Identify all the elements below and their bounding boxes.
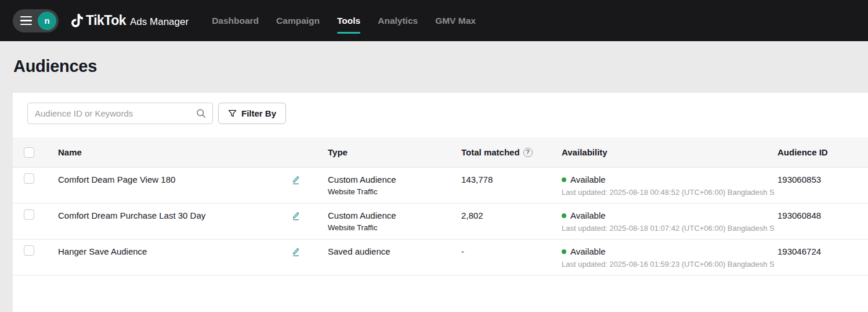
nav-item-gmv-max[interactable]: GMV Max [435, 12, 476, 30]
audience-type-sub: Website Traffic [328, 187, 461, 196]
total-matched-value: 2,802 [461, 211, 483, 220]
search-icon[interactable] [196, 108, 206, 118]
nav-item-tools[interactable]: Tools [337, 12, 360, 30]
filter-by-button[interactable]: Filter By [218, 103, 286, 124]
column-header-total-matched[interactable]: Total matched ? [461, 147, 562, 157]
column-header-availability[interactable]: Availability [562, 147, 777, 157]
hamburger-menu-icon[interactable] [20, 16, 32, 26]
filter-funnel-icon [228, 109, 237, 118]
row-checkbox[interactable] [24, 209, 34, 220]
edit-icon[interactable] [291, 211, 301, 221]
audience-id-value: 193060853 [777, 175, 821, 184]
status-dot-icon [562, 249, 566, 254]
row-checkbox[interactable] [24, 245, 34, 256]
toolbar: Filter By [13, 93, 868, 124]
audience-name[interactable]: Hanger Save Audience [58, 246, 147, 256]
search-box [27, 103, 213, 124]
last-updated: Last updated: 2025-08-18 00:48:52 (UTC+0… [562, 188, 777, 197]
main-nav: Dashboard Campaign Tools Analytics GMV M… [212, 12, 476, 30]
nav-item-campaign[interactable]: Campaign [276, 12, 320, 30]
brand-name: TikTok [86, 13, 126, 28]
active-tab-underline [337, 32, 360, 34]
availability-status: Available [570, 211, 606, 220]
total-matched-value: - [461, 246, 464, 256]
status-dot-icon [562, 177, 566, 182]
page-title: Audiences [13, 57, 868, 76]
total-matched-help-icon[interactable]: ? [523, 148, 533, 157]
availability-status: Available [570, 175, 606, 184]
brand-logo: TikTok Ads Manager [71, 13, 189, 28]
availability-status: Available [570, 246, 606, 256]
nav-item-analytics[interactable]: Analytics [378, 12, 418, 30]
table-header-row: Name Type Total matched ? Availability A… [13, 137, 868, 168]
last-updated: Last updated: 2025-08-18 01:07:42 (UTC+0… [562, 224, 777, 233]
audience-type-sub: Website Traffic [328, 223, 461, 232]
tiktok-note-icon [71, 14, 83, 27]
last-updated: Last updated: 2025-08-16 01:59:23 (UTC+0… [562, 260, 777, 269]
total-matched-value: 143,778 [461, 175, 493, 184]
table-row: Comfort Deam Page View 180 Custom Audien… [13, 168, 868, 204]
column-header-type[interactable]: Type [328, 147, 461, 157]
avatar[interactable]: n [38, 12, 56, 30]
audience-type: Custom Audience [328, 175, 461, 184]
edit-icon[interactable] [291, 175, 301, 185]
audience-type: Saved audience [328, 246, 461, 256]
audience-id-value: 193060848 [777, 211, 821, 220]
audiences-table: Name Type Total matched ? Availability A… [13, 137, 868, 275]
audience-type: Custom Audience [328, 211, 461, 220]
nav-item-dashboard[interactable]: Dashboard [212, 12, 259, 30]
audience-id-value: 193046724 [777, 246, 821, 256]
audiences-card: Filter By Name Type Total matched ? Avai… [13, 93, 868, 312]
column-header-name[interactable]: Name [58, 147, 328, 157]
top-navbar: n TikTok Ads Manager Dashboard Campaign … [0, 0, 868, 41]
column-header-audience-id[interactable]: Audience ID [777, 147, 868, 157]
status-dot-icon [562, 213, 566, 218]
table-row: Hanger Save Audience Saved audience - Av… [13, 240, 868, 275]
select-all-checkbox[interactable] [24, 147, 34, 158]
search-input[interactable] [35, 108, 196, 118]
audience-name[interactable]: Comfort Dream Purchase Last 30 Day [58, 211, 205, 220]
table-row: Comfort Dream Purchase Last 30 Day Custo… [13, 204, 868, 240]
row-checkbox[interactable] [24, 173, 34, 184]
menu-avatar-pill[interactable]: n [13, 9, 59, 32]
audience-name[interactable]: Comfort Deam Page View 180 [58, 175, 175, 184]
edit-icon[interactable] [291, 247, 301, 257]
brand-suffix: Ads Manager [130, 16, 189, 28]
